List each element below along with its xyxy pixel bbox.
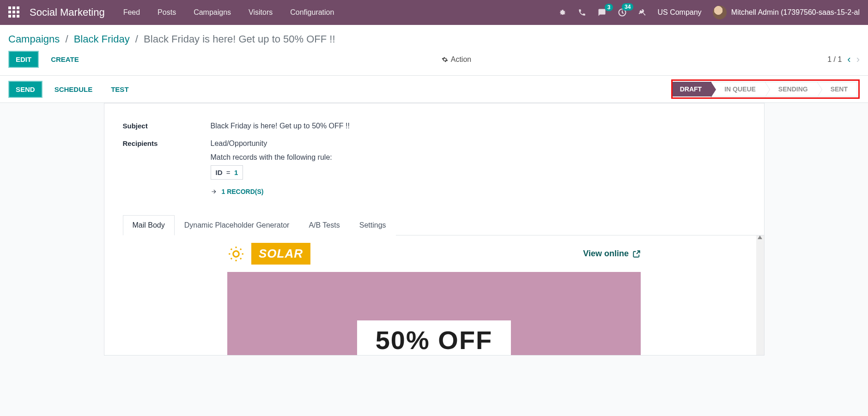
tab-settings[interactable]: Settings [350,215,396,235]
rule-text: Match records with the following rule: [211,153,332,162]
statusbar: SEND SCHEDULE TEST DRAFT IN QUEUE SENDIN… [0,76,868,103]
mail-body-preview: SOLAR View online 50% OFF [104,235,764,355]
recipients-value: Lead/Opportunity [211,139,332,148]
view-online-link[interactable]: View online [583,249,641,259]
tools-icon[interactable] [638,8,646,17]
app-title[interactable]: Social Marketing [30,6,105,18]
control-panel: Campaigns / Black Friday / Black Friday … [0,25,868,76]
stage-in-queue[interactable]: IN QUEUE [711,82,765,96]
main-menu: Feed Posts Campaigns Visitors Configurat… [123,8,334,17]
activities-icon[interactable]: 34 [618,8,627,17]
user-menu[interactable]: Mitchell Admin (17397560-saas-15-2-al [713,6,860,19]
username: Mitchell Admin (17397560-saas-15-2-al [731,8,860,17]
apps-icon[interactable] [8,6,20,18]
breadcrumb-sep: / [135,33,138,45]
hero-banner: 50% OFF [227,272,641,355]
stage-sent[interactable]: SENT [818,82,857,96]
test-button[interactable]: TEST [104,82,135,97]
breadcrumb-root[interactable]: Campaigns [8,33,60,45]
brand-name: SOLAR [251,243,310,265]
messages-icon[interactable]: 3 [597,8,607,17]
rule-val: 1 [234,169,238,176]
schedule-button[interactable]: SCHEDULE [48,82,99,97]
menu-feed[interactable]: Feed [123,8,140,17]
rule-op: = [226,169,231,176]
stage-bar: DRAFT IN QUEUE SENDING SENT [671,79,860,99]
breadcrumb-current: Black Friday is here! Get up to 50% OFF … [144,33,335,45]
send-button[interactable]: SEND [8,81,42,98]
company-switcher[interactable]: US Company [657,8,701,17]
sun-icon [227,245,245,263]
rule-box: ID = 1 [211,165,243,180]
top-navbar: Social Marketing Feed Posts Campaigns Vi… [0,0,868,25]
messages-badge: 3 [605,4,613,11]
activities-badge: 34 [622,3,633,11]
external-link-icon [632,250,641,258]
gear-icon [442,56,448,63]
subject-value: Black Friday is here! Get up to 50% OFF … [211,122,350,130]
tab-mail-body[interactable]: Mail Body [123,215,175,235]
menu-visitors[interactable]: Visitors [249,8,273,17]
breadcrumb-parent[interactable]: Black Friday [74,33,130,45]
breadcrumb: Campaigns / Black Friday / Black Friday … [0,25,868,49]
tabs: Mail Body Dynamic Placeholder Generator … [123,215,764,235]
pager-text: 1 / 1 [827,55,842,64]
action-dropdown[interactable]: Action [442,55,471,64]
offer-text: 50% OFF [357,320,511,355]
arrow-right-icon [211,188,217,195]
pager-next[interactable]: › [856,54,860,66]
bug-icon[interactable] [558,8,567,17]
breadcrumb-sep: / [65,33,68,45]
edit-button[interactable]: EDIT [8,51,39,68]
rule-field: ID [216,169,223,176]
pager: 1 / 1 ‹ › [827,54,860,66]
pager-prev[interactable]: ‹ [847,54,850,66]
phone-icon[interactable] [578,8,586,17]
tab-ab-tests[interactable]: A/B Tests [299,215,349,235]
menu-posts[interactable]: Posts [158,8,176,17]
recipients-label: Recipients [123,139,211,147]
scrollbar[interactable] [756,235,764,355]
brand-logo: SOLAR [227,243,310,265]
svg-point-1 [233,251,239,257]
stage-sending[interactable]: SENDING [765,82,818,96]
create-button[interactable]: CREATE [44,52,85,67]
records-link[interactable]: 1 RECORD(S) [211,188,264,195]
subject-label: Subject [123,122,211,130]
menu-configuration[interactable]: Configuration [290,8,334,17]
tab-dynamic-placeholder[interactable]: Dynamic Placeholder Generator [175,215,299,235]
avatar [713,6,727,19]
stage-draft[interactable]: DRAFT [673,82,711,96]
menu-campaigns[interactable]: Campaigns [194,8,231,17]
form-sheet: Subject Black Friday is here! Get up to … [104,103,765,356]
